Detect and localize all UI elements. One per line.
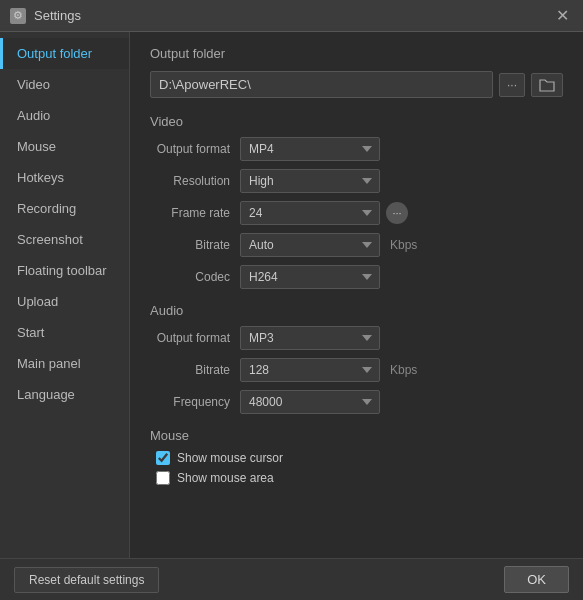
select-bitrate[interactable]: 64128192256 xyxy=(240,358,380,382)
sidebar: Output folderVideoAudioMouseHotkeysRecor… xyxy=(0,32,130,558)
sidebar-item-video[interactable]: Video xyxy=(0,69,129,100)
label-frequency: Frequency xyxy=(150,395,240,409)
folder-path-input[interactable] xyxy=(150,71,493,98)
sidebar-item-audio[interactable]: Audio xyxy=(0,100,129,131)
form-row-resolution: ResolutionHighMediumLowCustom xyxy=(150,169,563,193)
open-folder-button[interactable] xyxy=(531,73,563,97)
content-area: Output folder ··· Video Output formatMP4… xyxy=(130,32,583,558)
checkbox-label-show-area: Show mouse area xyxy=(177,471,274,485)
label-output-format: Output format xyxy=(150,331,240,345)
bottom-bar: Reset default settings OK xyxy=(0,558,583,600)
sidebar-item-main-panel[interactable]: Main panel xyxy=(0,348,129,379)
reset-button[interactable]: Reset default settings xyxy=(14,567,159,593)
label-bitrate: Bitrate xyxy=(150,238,240,252)
checkbox-show-cursor[interactable] xyxy=(156,451,170,465)
form-row-output-format: Output formatMP3AACWAV xyxy=(150,326,563,350)
info-button[interactable]: ··· xyxy=(386,202,408,224)
form-row-output-format: Output formatMP4AVIMOVFLV xyxy=(150,137,563,161)
checkbox-label-show-cursor: Show mouse cursor xyxy=(177,451,283,465)
select-frame-rate[interactable]: 243060 xyxy=(240,201,380,225)
form-row-bitrate: Bitrate64128192256Kbps xyxy=(150,358,563,382)
checkbox-row-show-cursor: Show mouse cursor xyxy=(156,451,563,465)
unit-label: Kbps xyxy=(390,363,417,377)
form-row-frequency: Frequency4410048000 xyxy=(150,390,563,414)
audio-section: Audio Output formatMP3AACWAVBitrate64128… xyxy=(150,303,563,414)
sidebar-item-language[interactable]: Language xyxy=(0,379,129,410)
sidebar-item-recording[interactable]: Recording xyxy=(0,193,129,224)
form-row-frame-rate: Frame rate243060··· xyxy=(150,201,563,225)
label-resolution: Resolution xyxy=(150,174,240,188)
select-output-format[interactable]: MP4AVIMOVFLV xyxy=(240,137,380,161)
sidebar-item-upload[interactable]: Upload xyxy=(0,286,129,317)
app-icon: ⚙ xyxy=(10,8,26,24)
folder-row: ··· xyxy=(150,71,563,98)
label-codec: Codec xyxy=(150,270,240,284)
window-title: Settings xyxy=(34,8,544,23)
sidebar-item-mouse[interactable]: Mouse xyxy=(0,131,129,162)
close-button[interactable]: ✕ xyxy=(552,6,573,25)
video-section: Video Output formatMP4AVIMOVFLVResolutio… xyxy=(150,114,563,289)
select-frequency[interactable]: 4410048000 xyxy=(240,390,380,414)
mouse-section-title: Mouse xyxy=(150,428,563,443)
title-bar: ⚙ Settings ✕ xyxy=(0,0,583,32)
label-bitrate: Bitrate xyxy=(150,363,240,377)
unit-label: Kbps xyxy=(390,238,417,252)
select-bitrate[interactable]: Auto50010002000 xyxy=(240,233,380,257)
checkbox-show-area[interactable] xyxy=(156,471,170,485)
audio-section-title: Audio xyxy=(150,303,563,318)
sidebar-item-screenshot[interactable]: Screenshot xyxy=(0,224,129,255)
form-row-bitrate: BitrateAuto50010002000Kbps xyxy=(150,233,563,257)
label-frame-rate: Frame rate xyxy=(150,206,240,220)
select-resolution[interactable]: HighMediumLowCustom xyxy=(240,169,380,193)
mouse-section: Mouse Show mouse cursorShow mouse area xyxy=(150,428,563,485)
label-output-format: Output format xyxy=(150,142,240,156)
sidebar-item-floating-toolbar[interactable]: Floating toolbar xyxy=(0,255,129,286)
ok-button[interactable]: OK xyxy=(504,566,569,593)
form-row-codec: CodecH264H265 xyxy=(150,265,563,289)
sidebar-item-start[interactable]: Start xyxy=(0,317,129,348)
select-output-format[interactable]: MP3AACWAV xyxy=(240,326,380,350)
output-folder-section-title: Output folder xyxy=(150,46,563,61)
browse-button[interactable]: ··· xyxy=(499,73,525,97)
main-layout: Output folderVideoAudioMouseHotkeysRecor… xyxy=(0,32,583,558)
select-codec[interactable]: H264H265 xyxy=(240,265,380,289)
checkbox-row-show-area: Show mouse area xyxy=(156,471,563,485)
video-section-title: Video xyxy=(150,114,563,129)
sidebar-item-output-folder[interactable]: Output folder xyxy=(0,38,129,69)
sidebar-item-hotkeys[interactable]: Hotkeys xyxy=(0,162,129,193)
